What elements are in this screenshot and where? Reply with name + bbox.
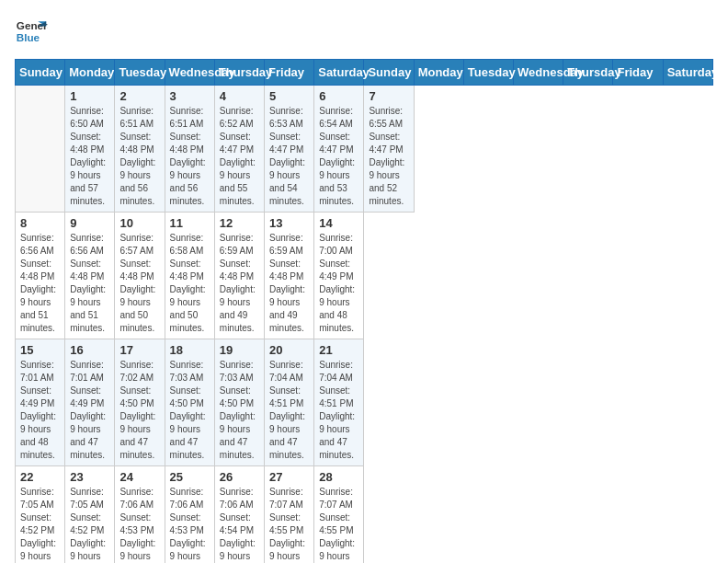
header-thursday: Thursday	[563, 60, 613, 86]
day-number: 26	[220, 470, 259, 484]
calendar-day-cell: 27 Sunrise: 7:07 AMSunset: 4:55 PMDaylig…	[265, 466, 314, 564]
day-info: Sunrise: 7:04 AMSunset: 4:51 PMDaylight:…	[269, 360, 305, 460]
calendar-day-cell: 11 Sunrise: 6:58 AMSunset: 4:48 PMDaylig…	[165, 213, 214, 339]
day-number: 7	[369, 89, 408, 103]
header-tuesday: Tuesday	[115, 60, 165, 86]
header-saturday: Saturday	[663, 60, 712, 86]
day-number: 14	[319, 216, 358, 230]
day-info: Sunrise: 7:05 AMSunset: 4:52 PMDaylight:…	[20, 487, 56, 563]
calendar-day-cell: 26 Sunrise: 7:06 AMSunset: 4:54 PMDaylig…	[214, 466, 264, 564]
header-sunday: Sunday	[364, 60, 414, 86]
day-info: Sunrise: 7:06 AMSunset: 4:54 PMDaylight:…	[220, 487, 256, 563]
day-info: Sunrise: 7:03 AMSunset: 4:50 PMDaylight:…	[170, 360, 206, 460]
calendar-table: SundayMondayTuesdayWednesdayThursdayFrid…	[15, 59, 713, 563]
header-saturday: Saturday	[314, 60, 364, 86]
day-number: 27	[269, 470, 309, 484]
day-number: 16	[70, 343, 109, 357]
header-monday: Monday	[65, 60, 115, 86]
day-number: 25	[170, 470, 210, 484]
day-number: 12	[220, 216, 259, 230]
calendar-week-2: 8 Sunrise: 6:56 AMSunset: 4:48 PMDayligh…	[16, 213, 713, 339]
day-number: 13	[269, 216, 309, 230]
calendar-day-cell: 28 Sunrise: 7:07 AMSunset: 4:55 PMDaylig…	[314, 466, 364, 564]
header-sunday: Sunday	[16, 60, 65, 86]
day-number: 9	[70, 216, 109, 230]
day-info: Sunrise: 7:05 AMSunset: 4:52 PMDaylight:…	[70, 487, 106, 563]
calendar-day-cell: 24 Sunrise: 7:06 AMSunset: 4:53 PMDaylig…	[115, 466, 165, 564]
calendar-day-cell: 16 Sunrise: 7:01 AMSunset: 4:49 PMDaylig…	[65, 339, 115, 466]
day-info: Sunrise: 6:56 AMSunset: 4:48 PMDaylight:…	[70, 233, 106, 333]
day-info: Sunrise: 7:06 AMSunset: 4:53 PMDaylight:…	[170, 487, 206, 563]
day-info: Sunrise: 6:53 AMSunset: 4:47 PMDaylight:…	[269, 106, 305, 206]
calendar-day-cell: 17 Sunrise: 7:02 AMSunset: 4:50 PMDaylig…	[115, 339, 165, 466]
svg-text:Blue: Blue	[17, 31, 40, 43]
day-number: 23	[70, 470, 109, 484]
day-info: Sunrise: 6:55 AMSunset: 4:47 PMDaylight:…	[369, 106, 404, 206]
calendar-day-cell: 12 Sunrise: 6:59 AMSunset: 4:48 PMDaylig…	[214, 213, 264, 339]
calendar-day-cell: 13 Sunrise: 6:59 AMSunset: 4:48 PMDaylig…	[265, 213, 314, 339]
logo: General Blue	[15, 15, 48, 48]
calendar-day-cell: 2 Sunrise: 6:51 AMSunset: 4:48 PMDayligh…	[115, 86, 165, 213]
calendar-week-3: 15 Sunrise: 7:01 AMSunset: 4:49 PMDaylig…	[16, 339, 713, 466]
calendar-day-cell: 22 Sunrise: 7:05 AMSunset: 4:52 PMDaylig…	[16, 466, 65, 564]
day-number: 2	[119, 89, 159, 103]
day-number: 22	[20, 470, 60, 484]
day-number: 3	[170, 89, 210, 103]
header-friday: Friday	[613, 60, 663, 86]
day-number: 8	[20, 216, 60, 230]
day-info: Sunrise: 7:01 AMSunset: 4:49 PMDaylight:…	[20, 360, 56, 460]
calendar-day-cell: 4 Sunrise: 6:52 AMSunset: 4:47 PMDayligh…	[214, 86, 264, 213]
calendar-week-4: 22 Sunrise: 7:05 AMSunset: 4:52 PMDaylig…	[16, 466, 713, 564]
day-number: 21	[319, 343, 358, 357]
calendar-day-cell: 6 Sunrise: 6:54 AMSunset: 4:47 PMDayligh…	[314, 86, 364, 213]
calendar-day-cell: 9 Sunrise: 6:56 AMSunset: 4:48 PMDayligh…	[65, 213, 115, 339]
calendar-day-cell: 7 Sunrise: 6:55 AMSunset: 4:47 PMDayligh…	[364, 86, 414, 213]
day-number: 1	[70, 89, 109, 103]
header-wednesday: Wednesday	[514, 60, 563, 86]
day-info: Sunrise: 6:57 AMSunset: 4:48 PMDaylight:…	[119, 233, 155, 333]
day-number: 11	[170, 216, 210, 230]
day-info: Sunrise: 7:02 AMSunset: 4:50 PMDaylight:…	[119, 360, 155, 460]
day-number: 4	[220, 89, 259, 103]
day-number: 10	[119, 216, 159, 230]
day-number: 28	[319, 470, 358, 484]
day-info: Sunrise: 7:07 AMSunset: 4:55 PMDaylight:…	[269, 487, 305, 563]
day-info: Sunrise: 6:58 AMSunset: 4:48 PMDaylight:…	[170, 233, 206, 333]
calendar-day-cell: 5 Sunrise: 6:53 AMSunset: 4:47 PMDayligh…	[265, 86, 314, 213]
calendar-day-cell: 18 Sunrise: 7:03 AMSunset: 4:50 PMDaylig…	[165, 339, 214, 466]
day-info: Sunrise: 7:07 AMSunset: 4:55 PMDaylight:…	[319, 487, 355, 563]
day-number: 20	[269, 343, 309, 357]
day-number: 5	[269, 89, 309, 103]
day-info: Sunrise: 6:52 AMSunset: 4:47 PMDaylight:…	[220, 106, 256, 206]
calendar-day-cell: 8 Sunrise: 6:56 AMSunset: 4:48 PMDayligh…	[16, 213, 65, 339]
day-info: Sunrise: 6:50 AMSunset: 4:48 PMDaylight:…	[70, 106, 106, 206]
calendar-day-cell: 19 Sunrise: 7:03 AMSunset: 4:50 PMDaylig…	[214, 339, 264, 466]
day-number: 6	[319, 89, 358, 103]
calendar-day-cell: 3 Sunrise: 6:51 AMSunset: 4:48 PMDayligh…	[165, 86, 214, 213]
calendar-day-cell: 10 Sunrise: 6:57 AMSunset: 4:48 PMDaylig…	[115, 213, 165, 339]
header-wednesday: Wednesday	[165, 60, 214, 86]
calendar-day-cell: 25 Sunrise: 7:06 AMSunset: 4:53 PMDaylig…	[165, 466, 214, 564]
calendar-day-cell: 20 Sunrise: 7:04 AMSunset: 4:51 PMDaylig…	[265, 339, 314, 466]
day-number: 19	[220, 343, 259, 357]
header-tuesday: Tuesday	[463, 60, 513, 86]
page-header: General Blue	[15, 15, 713, 48]
header-thursday: Thursday	[214, 60, 264, 86]
day-info: Sunrise: 6:54 AMSunset: 4:47 PMDaylight:…	[319, 106, 355, 206]
header-friday: Friday	[265, 60, 314, 86]
day-number: 17	[119, 343, 159, 357]
logo-icon: General Blue	[15, 15, 48, 48]
day-info: Sunrise: 6:51 AMSunset: 4:48 PMDaylight:…	[119, 106, 155, 206]
calendar-day-cell: 23 Sunrise: 7:05 AMSunset: 4:52 PMDaylig…	[65, 466, 115, 564]
day-number: 24	[119, 470, 159, 484]
day-number: 18	[170, 343, 210, 357]
header-monday: Monday	[414, 60, 463, 86]
calendar-day-cell: 14 Sunrise: 7:00 AMSunset: 4:49 PMDaylig…	[314, 213, 364, 339]
day-info: Sunrise: 7:06 AMSunset: 4:53 PMDaylight:…	[119, 487, 155, 563]
day-info: Sunrise: 7:03 AMSunset: 4:50 PMDaylight:…	[220, 360, 256, 460]
calendar-day-cell: 21 Sunrise: 7:04 AMSunset: 4:51 PMDaylig…	[314, 339, 364, 466]
calendar-header-row: SundayMondayTuesdayWednesdayThursdayFrid…	[16, 60, 713, 86]
calendar-week-1: 1 Sunrise: 6:50 AMSunset: 4:48 PMDayligh…	[16, 86, 713, 213]
day-info: Sunrise: 6:51 AMSunset: 4:48 PMDaylight:…	[170, 106, 206, 206]
day-info: Sunrise: 6:59 AMSunset: 4:48 PMDaylight:…	[269, 233, 305, 333]
